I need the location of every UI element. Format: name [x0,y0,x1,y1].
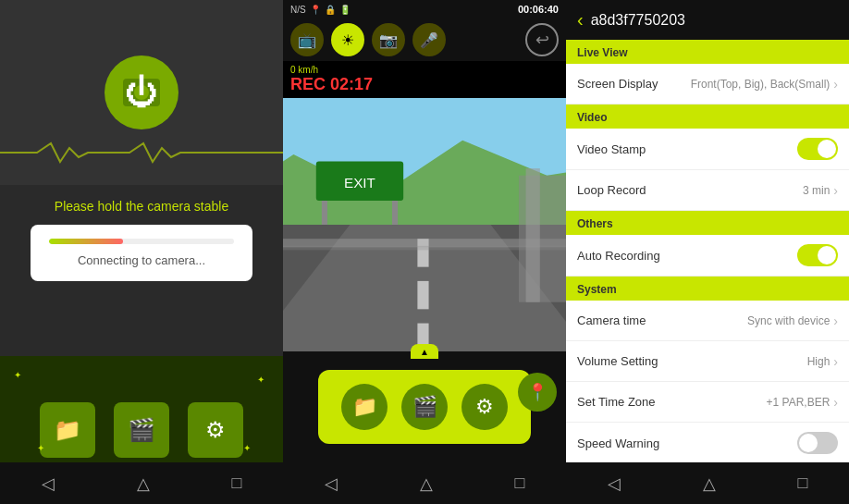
svg-rect-14 [526,168,540,302]
connecting-box: Connecting to camera... [31,225,252,281]
nav-back-3[interactable]: ◁ [608,473,621,494]
panel1-nav: ◁ △ □ [0,462,283,504]
chevron-icon4: › [833,354,838,369]
nav-recent-3[interactable]: □ [798,473,808,493]
row-camera-time[interactable]: Camera time Sync with device › [566,301,849,341]
screen-icon: 📺 [298,31,316,49]
section-others: Others [566,211,849,235]
p2-video-icon: 🎬 [412,395,437,419]
p3-header: ‹ a8d3f7750203 [566,0,849,40]
camera-icon: ⏻ [105,55,178,129]
sparkle1: ✦ [14,370,21,380]
rec-timer: REC 02:17 [290,75,559,94]
return-icon: ↩ [535,30,549,50]
p3-back-arrow[interactable]: ‹ [577,9,584,31]
brightness-btn[interactable]: ☀ [331,23,364,56]
row-video-stamp[interactable]: Video Stamp [566,129,849,170]
files-button[interactable]: 📁 [40,402,95,458]
p2-files-btn[interactable]: 📁 [341,384,388,430]
row-auto-recording[interactable]: Auto Recording [566,235,849,277]
panel1-connecting: ⏻ Please hold the camera stable Connecti… [0,0,283,504]
svg-text:EXIT: EXIT [344,175,375,191]
row-loop-record[interactable]: Loop Record 3 min › [566,170,849,211]
rec-info: 0 km/h REC 02:17 [283,61,566,98]
back-circle-btn[interactable]: ↩ [525,23,559,56]
auto-recording-toggle[interactable] [797,244,838,266]
camera-btn[interactable]: 📷 [372,23,405,56]
connecting-text: Connecting to camera... [78,253,205,267]
bottom-icons-row: 📁 🎬 ⚙ [318,370,531,444]
gear-icon: ⚙ [205,417,226,443]
chevron-icon: › [833,77,838,92]
nav-home-1[interactable]: △ [137,473,150,494]
chevron-icon5: › [833,395,838,410]
status-time: 00:06:40 [518,4,559,15]
gps-status: N/S [290,5,306,15]
cam-icon: 📷 [379,31,398,49]
panel2-nav: ◁ △ □ [283,462,566,504]
video-button[interactable]: 🎬 [114,402,169,458]
video-icon: 🎬 [128,417,155,443]
row-speed-warning[interactable]: Speed Warning [566,423,849,462]
video-stamp-toggle[interactable] [797,138,838,160]
p2-folder-icon: 📁 [352,395,377,419]
sparkle2: ✦ [257,375,265,385]
chevron-icon2: › [833,183,838,198]
power-icon: ⏻ [125,73,158,112]
stable-text: Please hold the camera stable [55,199,228,214]
lock-icon: 🔒 [325,5,336,15]
mic-icon: 🎤 [420,31,438,49]
nav-recent-1[interactable]: □ [232,473,242,493]
screen-toggle-btn[interactable]: 📺 [290,23,324,56]
chevron-icon3: › [833,313,838,328]
panel1-middle: Please hold the camera stable Connecting… [0,185,283,295]
status-bar: N/S 📍 🔒 🔋 00:06:40 [283,0,566,18]
sparkle3: ✦ [37,443,44,453]
nav-recent-2[interactable]: □ [515,473,525,493]
sun-icon: ☀ [341,31,354,49]
camera-feed: EXIT [283,98,566,351]
p2-gear-icon: ⚙ [475,395,494,419]
p2-settings-btn[interactable]: ⚙ [461,384,508,430]
top-controls: 📺 ☀ 📷 🎤 ↩ [283,18,566,61]
section-live-view: Live View [566,40,849,64]
panel1-top: ⏻ [0,0,283,185]
location-btn[interactable]: 📍 [518,373,557,412]
row-volume[interactable]: Volume Setting High › [566,341,849,382]
location-icon: 📍 [527,382,548,402]
settings-button[interactable]: ⚙ [188,402,243,458]
gps-icon: 📍 [310,5,321,15]
speed-display: 0 km/h [290,65,559,75]
mic-btn[interactable]: 🎤 [412,23,446,56]
panel2-recording: N/S 📍 🔒 🔋 00:06:40 📺 ☀ 📷 🎤 ↩ 0 km/h REC … [283,0,566,504]
nav-back-2[interactable]: ◁ [325,473,338,494]
sparkle4: ✦ [243,443,251,453]
p3-content: Live View Screen Display Front(Top, Big)… [566,40,849,462]
panel3-settings: ‹ a8d3f7750203 Live View Screen Display … [566,0,849,504]
row-timezone[interactable]: Set Time Zone +1 PAR,BER › [566,382,849,423]
section-system: System [566,277,849,301]
row-screen-display[interactable]: Screen Display Front(Top, Big), Back(Sma… [566,64,849,104]
svg-rect-5 [417,281,428,309]
nav-home-2[interactable]: △ [420,473,433,494]
progress-bar [49,239,234,244]
pull-tab[interactable]: ▲ [411,344,438,359]
device-id: a8d3f7750203 [591,12,685,29]
battery-icon: 🔋 [339,5,351,15]
panel2-bottom: ▲ 📁 🎬 ⚙ 📍 [283,351,566,462]
progress-fill [49,239,123,244]
speed-warning-toggle[interactable] [797,432,838,454]
nav-home-3[interactable]: △ [703,473,716,494]
nav-back-1[interactable]: ◁ [42,473,55,494]
folder-icon: 📁 [54,417,81,443]
p2-video-btn[interactable]: 🎬 [401,384,448,430]
p3-nav: ◁ △ □ [566,462,849,504]
section-video: Video [566,104,849,129]
